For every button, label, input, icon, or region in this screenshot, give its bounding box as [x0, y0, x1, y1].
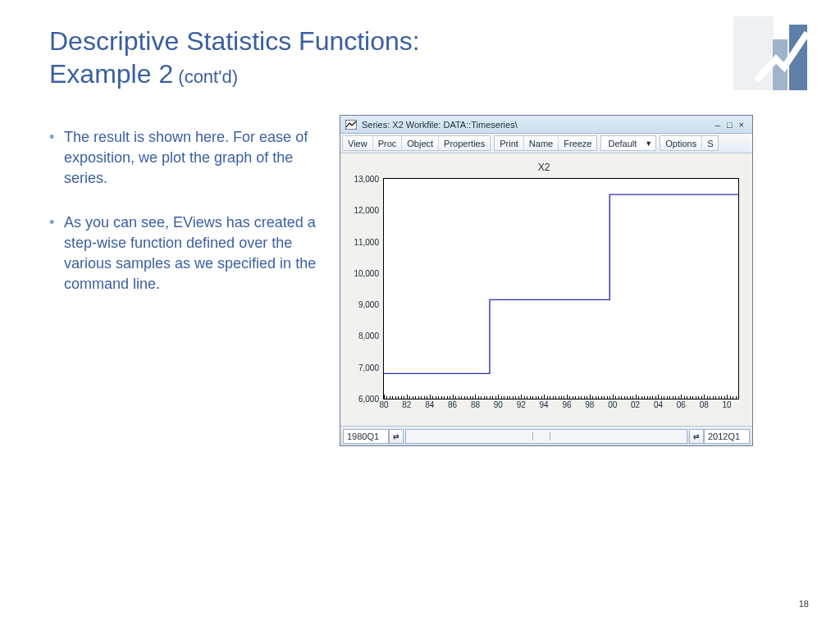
chevron-down-icon: ▼ — [645, 139, 652, 148]
template-select-value: Default — [608, 139, 637, 148]
toolbar: View Proc Object Properties Print Name F… — [340, 134, 752, 153]
toolbar-group-3: Options S — [660, 135, 719, 151]
properties-button[interactable]: Properties — [439, 136, 490, 150]
range-scrollbar[interactable] — [405, 429, 687, 444]
series-line — [384, 179, 738, 399]
y-axis-labels: 6,0007,0008,0009,00010,00011,00012,00013… — [349, 179, 382, 399]
chart-area: X2 6,0007,0008,0009,00010,00011,00012,00… — [340, 153, 752, 426]
range-start-field[interactable]: 1980Q1 — [343, 429, 389, 444]
s-button[interactable]: S — [702, 136, 718, 150]
series-icon — [345, 120, 357, 130]
toolbar-group-2: Print Name Freeze — [494, 135, 597, 151]
bullet-item: The result is shown here. For ease of ex… — [49, 127, 328, 188]
logo — [733, 16, 807, 90]
name-button[interactable]: Name — [524, 136, 559, 150]
template-select[interactable]: Default ▼ — [600, 135, 656, 151]
window-titlebar: Series: X2 Workfile: DATA::Timeseries\ –… — [340, 116, 752, 134]
page-number: 18 — [799, 599, 809, 609]
bullet-item: As you can see, EViews has created a ste… — [49, 212, 328, 294]
view-button[interactable]: View — [343, 136, 373, 150]
bullet-list: The result is shown here. For ease of ex… — [49, 127, 328, 319]
range-end-field[interactable]: 2012Q1 — [704, 429, 750, 444]
close-icon[interactable]: × — [739, 120, 744, 130]
range-right-button[interactable]: ⇄ — [689, 429, 704, 444]
object-button[interactable]: Object — [402, 136, 439, 150]
title-line1: Descriptive Statistics Functions: — [49, 26, 420, 56]
chart-box: 6,0007,0008,0009,00010,00011,00012,00013… — [383, 178, 739, 399]
print-button[interactable]: Print — [495, 136, 524, 150]
options-button[interactable]: Options — [660, 136, 702, 150]
x-axis-labels: 80828486889092949698000204060810 — [384, 400, 738, 412]
title-line2: Example 2 — [49, 59, 173, 89]
slide-title: Descriptive Statistics Functions: Exampl… — [49, 25, 623, 90]
minimize-icon[interactable]: – — [715, 120, 720, 130]
series-window: Series: X2 Workfile: DATA::Timeseries\ –… — [340, 115, 753, 446]
x-axis-ticks — [384, 395, 738, 399]
chart-title: X2 — [349, 162, 739, 173]
freeze-button[interactable]: Freeze — [559, 136, 596, 150]
title-contd: (cont'd) — [173, 66, 238, 87]
window-title-text: Series: X2 Workfile: DATA::Timeseries\ — [362, 120, 518, 130]
range-bar: 1980Q1 ⇄ ⇄ 2012Q1 — [340, 426, 752, 445]
range-left-button[interactable]: ⇄ — [389, 429, 404, 444]
maximize-icon[interactable]: □ — [727, 120, 733, 130]
proc-button[interactable]: Proc — [373, 136, 403, 150]
toolbar-group-1: View Proc Object Properties — [342, 135, 491, 151]
